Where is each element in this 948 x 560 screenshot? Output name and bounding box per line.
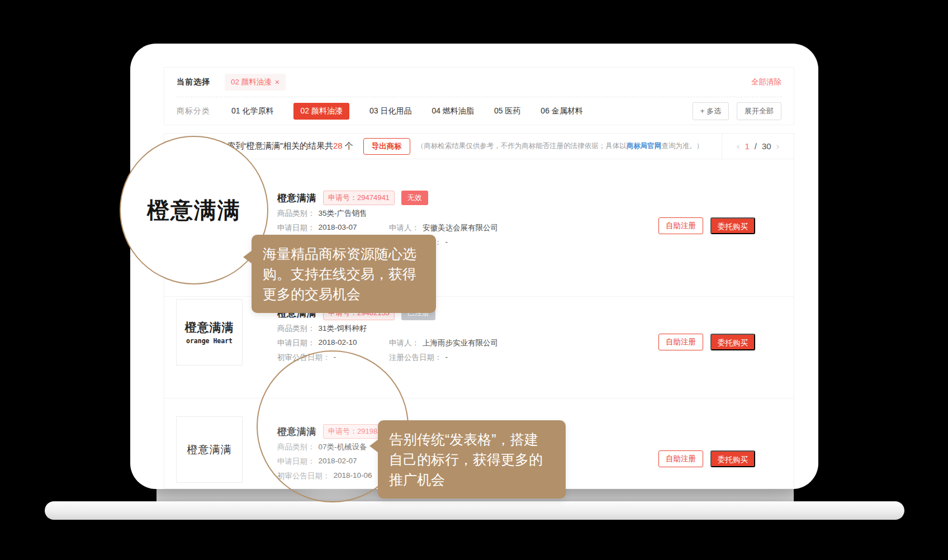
entrust-buy-button[interactable]: 委托购买 [710, 334, 755, 350]
apply-date-value: 2018-03-07 [319, 223, 357, 234]
entrust-buy-button[interactable]: 委托购买 [710, 217, 755, 234]
selected-filter-tag-label: 02 颜料油漆 [231, 77, 272, 87]
category-field-value: 07类-机械设备 [319, 442, 367, 453]
category-field-value: 31类-饲料种籽 [319, 324, 367, 335]
reg-notice-value: - [445, 353, 448, 364]
current-selection-row: 当前选择 02 颜料油漆 × 全部清除 [164, 68, 794, 97]
entrust-buy-button[interactable]: 委托购买 [710, 450, 755, 467]
category-field-label: 商品类别： [277, 442, 315, 453]
first-notice-label: 初审公告日期： [277, 471, 330, 482]
callout-bubble-trade: 海量精品商标资源随心选 购。支持在线交易，获得 更多的交易机会 [252, 235, 436, 313]
application-number-label: 申请号： [328, 427, 357, 435]
callout-line: 更多的交易机会 [263, 284, 425, 304]
trademark-info: 橙意满满 申请号：29198321 商品类别：07类-机械设备 申请日期：201… [277, 424, 395, 482]
selected-filter-tag[interactable]: 02 颜料油漆 × [225, 74, 286, 91]
category-item-05[interactable]: 05 医药 [494, 106, 520, 116]
clear-all-button[interactable]: 全部清除 [751, 77, 781, 87]
apply-date-value: 2018-02-10 [319, 338, 357, 349]
category-field-label: 商品类别： [277, 208, 315, 220]
pagination: ‹ 1 / 30 › [722, 134, 794, 159]
next-page-icon[interactable]: › [776, 141, 780, 152]
trademark-image: 橙意满满 [176, 416, 243, 483]
category-item-02-active[interactable]: 02 颜料油漆 [293, 103, 349, 120]
trademark-office-link[interactable]: 商标局官网 [627, 142, 662, 150]
expand-all-button[interactable]: 展开全部 [737, 102, 781, 120]
first-notice-value: - [334, 353, 336, 364]
applicant-label: 申请人： [389, 223, 419, 234]
callout-line: 购。支持在线交易，获得 [263, 264, 425, 284]
category-label: 商标分类 [177, 106, 210, 116]
current-selection-label: 当前选择 [177, 77, 210, 87]
disclaimer-suffix: 查询为准。） [661, 142, 703, 150]
page: 当前选择 02 颜料油漆 × 全部清除 商标分类 01 化学原料 02 颜料油漆… [0, 0, 948, 560]
disclaimer-prefix: （商标检索结果仅供参考，不作为商标能否注册的法律依据；具体以 [417, 142, 627, 150]
summary-suffix: 个 [343, 141, 353, 150]
self-register-button[interactable]: 自助注册 [658, 450, 703, 467]
multi-select-button[interactable]: + 多选 [693, 102, 729, 120]
callout-line: 自己的标行，获得更多的 [389, 449, 554, 469]
device-base [45, 501, 904, 520]
results-count: 28 [333, 141, 343, 150]
callout-line: 推广机会 [389, 469, 554, 490]
prev-page-icon[interactable]: ‹ [737, 141, 740, 152]
category-item-04[interactable]: 04 燃料油脂 [432, 106, 473, 116]
filter-buttons: + 多选 展开全部 [693, 102, 781, 120]
current-page: 1 [745, 141, 749, 151]
trademark-image-text: 橙意满满 [187, 443, 232, 457]
magnified-trademark-text: 橙意满满 [147, 195, 241, 226]
callout-bubble-promo: 告别传统“发表格”，搭建 自己的标行，获得更多的 推广机会 [378, 420, 566, 499]
self-register-button[interactable]: 自助注册 [658, 334, 703, 350]
category-item-03[interactable]: 03 日化用品 [369, 106, 411, 116]
category-item-01[interactable]: 01 化学原料 [231, 106, 273, 116]
category-row: 商标分类 01 化学原料 02 颜料油漆 03 日化用品 04 燃料油脂 05 … [164, 97, 794, 125]
category-field-value: 35类-广告销售 [319, 208, 367, 220]
trademark-image-subtext: orange Heart [186, 337, 233, 345]
row-actions: 自助注册 委托购买 [658, 450, 755, 467]
total-pages: 30 [762, 141, 771, 151]
apply-date-label: 申请日期： [277, 457, 315, 468]
trademark-image-text: 橙意满满 [185, 320, 234, 335]
apply-date-value: 2018-02-07 [319, 457, 357, 468]
applicant-value: 上海雨步实业有限公司 [423, 338, 498, 349]
trademark-info: 橙意满满 申请号：29482153 已注册 商品类别：31类-饲料种籽 申请日期… [277, 306, 498, 364]
apply-date-label: 申请日期： [277, 338, 315, 349]
trademark-image: 橙意满满 orange Heart [176, 299, 243, 366]
trademark-name: 橙意满满 [277, 425, 316, 438]
reg-notice-label: 注册公告日期： [389, 353, 442, 364]
applicant-value: 安徽美达会展有限公司 [423, 223, 498, 234]
application-number-label: 申请号： [328, 193, 357, 202]
export-trademark-button[interactable]: 导出商标 [363, 138, 410, 155]
filter-panel: 当前选择 02 颜料油漆 × 全部清除 商标分类 01 化学原料 02 颜料油漆… [164, 67, 794, 125]
row-actions: 自助注册 委托购买 [658, 334, 755, 350]
first-notice-label: 初审公告日期： [277, 353, 330, 364]
disclaimer: （商标检索结果仅供参考，不作为商标能否注册的法律依据；具体以商标局官网查询为准。… [417, 141, 704, 151]
results-header: 当前分类下检索到“橙意满满”相关的结果共28 个 导出商标 （商标检索结果仅供参… [164, 134, 794, 159]
reg-notice-value: - [445, 238, 448, 249]
remove-filter-icon[interactable]: × [275, 78, 279, 87]
status-badge: 无效 [401, 191, 428, 205]
application-number-value: 29474941 [357, 193, 390, 202]
application-number-badge: 申请号：29474941 [323, 191, 395, 205]
category-field-label: 商品类别： [277, 324, 315, 335]
callout-line: 告别传统“发表格”，搭建 [389, 429, 554, 449]
trademark-name: 橙意满满 [277, 192, 316, 205]
page-separator: / [755, 141, 757, 151]
row-actions: 自助注册 委托购买 [658, 217, 755, 234]
self-register-button[interactable]: 自助注册 [658, 217, 703, 234]
applicant-label: 申请人： [389, 338, 419, 349]
first-notice-value: 2018-10-06 [334, 471, 372, 482]
callout-line: 海量精品商标资源随心选 [263, 244, 425, 264]
category-list: 01 化学原料 02 颜料油漆 03 日化用品 04 燃料油脂 05 医药 06… [231, 103, 583, 120]
category-item-06[interactable]: 06 金属材料 [541, 106, 582, 116]
apply-date-label: 申请日期： [277, 223, 315, 234]
